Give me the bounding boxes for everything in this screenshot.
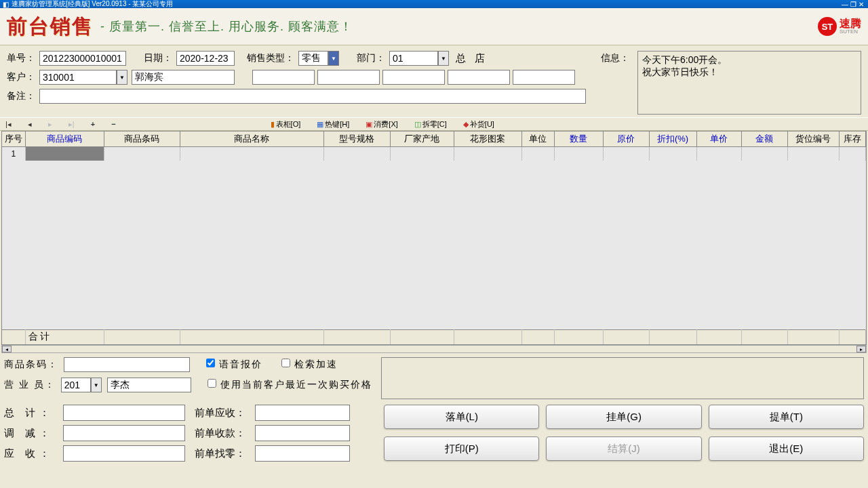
dept-label: 部门： (357, 52, 385, 64)
salesman-code-input[interactable] (61, 378, 91, 392)
prev-due-input[interactable] (255, 405, 350, 421)
items-grid[interactable]: 序号商品编码商品条码商品名称型号规格厂家产地花形图案单位数量原价折扣(%)单价金… (1, 131, 867, 345)
maximize-button[interactable]: ❐ (849, 1, 857, 8)
footer-label: 合 计 (25, 329, 104, 344)
dept-combo[interactable]: ▼ (389, 51, 449, 66)
col-1[interactable]: 商品编码 (25, 131, 104, 146)
order-input[interactable] (39, 51, 126, 66)
tidan-button[interactable]: 提单(T) (709, 405, 864, 429)
nav-last-icon[interactable]: ▸| (68, 120, 75, 129)
scroll-left-icon[interactable]: ◂ (2, 346, 12, 352)
info-line-1: 今天下午6:00开会。 (642, 54, 856, 66)
customer-code-input[interactable] (39, 70, 117, 85)
brand-logo: ST 速腾SUTEN (818, 17, 861, 36)
col-2[interactable]: 商品条码 (104, 131, 180, 146)
customer-name-input[interactable] (132, 70, 235, 85)
col-12[interactable]: 金额 (741, 131, 787, 146)
receive-label: 应 收： (4, 447, 54, 460)
dropdown-icon[interactable]: ▼ (91, 378, 102, 392)
chaling-button[interactable]: ◫拆零[C] (414, 119, 447, 129)
dept-input[interactable] (389, 51, 438, 66)
col-0[interactable]: 序号 (2, 131, 25, 146)
total-input[interactable] (63, 405, 185, 421)
page-title: 前台销售 (7, 13, 94, 41)
adjust-label: 调 减： (4, 427, 54, 440)
col-13[interactable]: 货位编号 (787, 131, 839, 146)
col-5[interactable]: 厂家产地 (390, 131, 454, 146)
xiaofei-button[interactable]: ▣消费[X] (366, 119, 397, 129)
prev-paid-input[interactable] (255, 425, 350, 441)
col-8[interactable]: 数量 (554, 131, 603, 146)
app-icon: ◧ (3, 1, 9, 8)
col-14[interactable]: 库存 (839, 131, 866, 146)
adjust-input[interactable] (63, 425, 185, 441)
date-input[interactable] (176, 51, 235, 66)
luodan-button[interactable]: 落单(L) (384, 405, 539, 429)
extra-field-5[interactable] (513, 70, 575, 85)
nav-first-icon[interactable]: |◂ (5, 120, 12, 129)
col-11[interactable]: 单价 (696, 131, 741, 146)
info-label: 信息： (601, 52, 629, 64)
guadan-button[interactable]: 挂单(G) (546, 405, 701, 429)
cell-product-code[interactable] (25, 147, 104, 161)
fast-checkbox[interactable]: 检索加速 (281, 359, 338, 371)
split-icon: ◫ (414, 120, 421, 129)
extra-field-2[interactable] (317, 70, 380, 85)
voice-checkbox[interactable]: 语音报价 (206, 359, 262, 371)
delete-row-button[interactable]: − (111, 120, 115, 128)
receive-input[interactable] (63, 445, 185, 462)
dropdown-icon[interactable]: ▼ (328, 51, 339, 66)
form-area: 单号： 日期： 销售类型： ▼ 部门： ▼ 信息： 客户： ▼ (0, 45, 868, 117)
extra-field-3[interactable] (382, 70, 445, 85)
lastprice-checkbox[interactable]: 使用当前客户最近一次购买价格 (208, 379, 372, 391)
info-box: 今天下午6:00开会。 祝大家节日快乐！ (637, 51, 861, 115)
info-line-2: 祝大家节日快乐！ (642, 66, 856, 79)
barcode-input[interactable] (64, 357, 190, 372)
preview-panel (381, 357, 864, 399)
row-seq: 1 (2, 147, 25, 161)
extra-field-4[interactable] (448, 70, 510, 85)
customer-combo[interactable]: ▼ (39, 70, 127, 85)
salesman-name-input[interactable] (107, 378, 191, 392)
col-3[interactable]: 商品名称 (180, 131, 323, 146)
close-button[interactable]: ✕ (857, 1, 865, 8)
logo-sub: SUTEN (840, 29, 861, 35)
dropdown-icon[interactable]: ▼ (438, 51, 449, 66)
col-6[interactable]: 花形图案 (454, 131, 521, 146)
tag-icon: ▮ (271, 120, 275, 129)
nav-prev-icon[interactable]: ◂ (28, 120, 32, 129)
dayin-button[interactable]: 打印(P) (384, 436, 539, 461)
buhuo-button[interactable]: ◆补货[U] (463, 119, 494, 129)
dropdown-icon[interactable]: ▼ (117, 70, 127, 85)
extra-field-1[interactable] (252, 70, 315, 85)
jiesuan-button[interactable]: 结算(J) (546, 436, 701, 461)
prev-change-label: 前单找零： (195, 447, 245, 460)
banner: 前台销售 - 质量第一. 信誉至上. 用心服务. 顾客满意！ ST 速腾SUTE… (0, 8, 868, 45)
remark-input[interactable] (39, 89, 586, 104)
logo-mark: ST (818, 17, 837, 36)
add-row-button[interactable]: + (91, 120, 95, 128)
col-9[interactable]: 原价 (603, 131, 649, 146)
salesman-combo[interactable]: ▼ (61, 378, 102, 392)
window-title: 速腾家纺管理系统[经典版] Ver20.0913 - 某某公司专用 (12, 0, 841, 9)
prev-change-input[interactable] (255, 445, 350, 462)
barcode-label: 商品条码： (4, 359, 58, 371)
grid-toolbar: |◂ ◂ ▸ ▸| + − ▮表柜[O] ▦热键[H] ▣消费[X] ◫拆零[C… (0, 117, 868, 131)
total-label: 总 计： (4, 407, 54, 420)
table-row[interactable]: 1 (2, 147, 866, 161)
biaoqian-button[interactable]: ▮表柜[O] (271, 119, 301, 129)
saletype-input[interactable] (298, 51, 328, 66)
scroll-right-icon[interactable]: ▸ (856, 346, 866, 352)
col-7[interactable]: 单位 (521, 131, 554, 146)
tuichu-button[interactable]: 退出(E) (709, 436, 864, 461)
nav-next-icon[interactable]: ▸ (48, 120, 52, 129)
col-10[interactable]: 折扣(%) (649, 131, 696, 146)
grid-header: 序号商品编码商品条码商品名称型号规格厂家产地花形图案单位数量原价折扣(%)单价金… (2, 131, 866, 147)
col-4[interactable]: 型号规格 (323, 131, 390, 146)
key-icon: ▦ (317, 120, 323, 129)
minimize-button[interactable]: — (841, 1, 849, 8)
grid-footer: 合 计 (2, 329, 866, 345)
saletype-combo[interactable]: ▼ (298, 51, 339, 66)
rejian-button[interactable]: ▦热键[H] (317, 119, 349, 129)
h-scrollbar[interactable]: ◂ ▸ (1, 345, 867, 353)
